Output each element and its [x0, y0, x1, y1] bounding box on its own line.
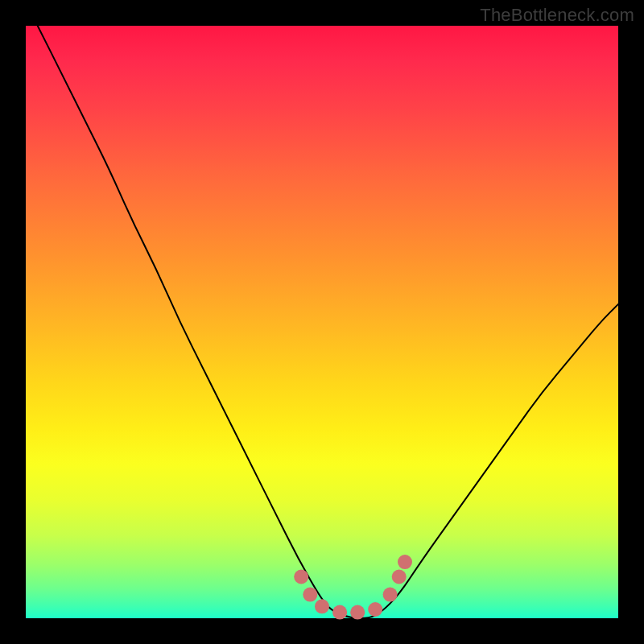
highlight-dot	[392, 570, 407, 584]
highlight-dot	[368, 602, 382, 617]
highlight-markers	[294, 555, 412, 620]
plot-area	[26, 26, 618, 618]
highlight-dot	[303, 588, 317, 602]
bottleneck-curve	[38, 26, 618, 618]
chart-frame: TheBottleneck.com	[0, 0, 644, 644]
highlight-dot	[332, 605, 347, 620]
highlight-dot	[383, 588, 398, 602]
watermark-text: TheBottleneck.com	[480, 5, 634, 26]
highlight-dot	[350, 605, 365, 620]
curve-svg	[26, 26, 618, 618]
highlight-dot	[315, 599, 329, 613]
highlight-dot	[398, 555, 412, 569]
highlight-dot	[294, 570, 308, 584]
